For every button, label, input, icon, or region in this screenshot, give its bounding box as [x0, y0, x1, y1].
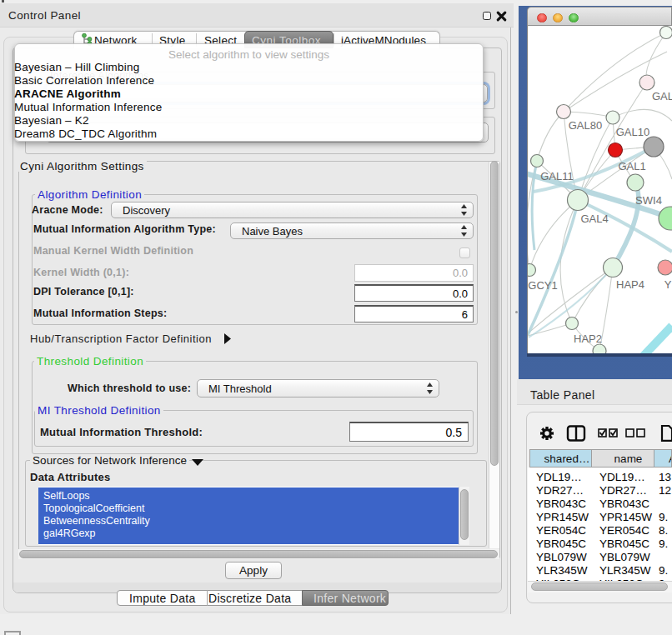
svg-text:SWI4: SWI4	[635, 194, 662, 207]
svg-text:HAP4: HAP4	[616, 278, 644, 291]
svg-text:Y: Y	[664, 278, 672, 291]
svg-text:GCY1: GCY1	[528, 279, 557, 292]
svg-text:GAL10: GAL10	[616, 126, 649, 138]
svg-text:GAL11: GAL11	[540, 170, 574, 182]
svg-text:GAL1: GAL1	[618, 160, 645, 172]
svg-text:GAL80: GAL80	[569, 119, 602, 132]
svg-text:GAL4: GAL4	[580, 212, 608, 225]
svg-text:HAP2: HAP2	[574, 332, 602, 345]
svg-text:GAL: GAL	[652, 90, 672, 102]
